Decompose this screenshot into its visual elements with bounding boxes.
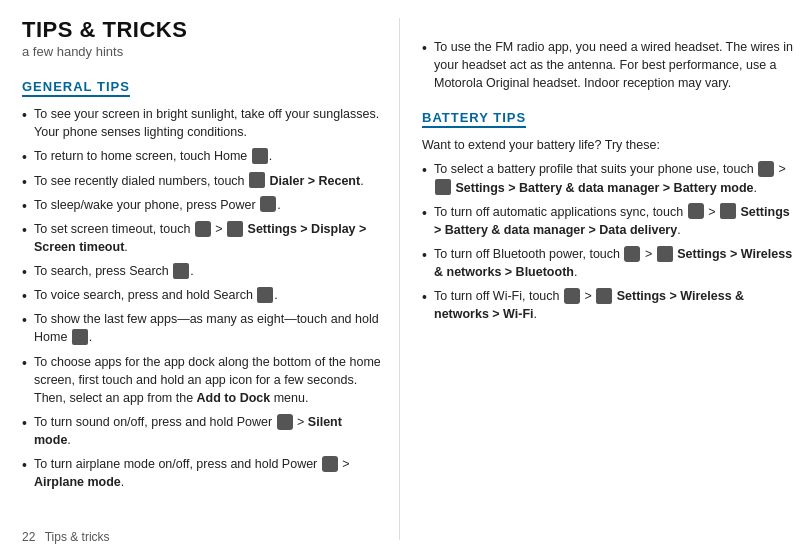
settings-icon [596,288,612,304]
power-icon [195,221,211,237]
list-item: To choose apps for the app dock along th… [22,351,381,409]
home-icon [252,148,268,164]
battery-tips-list: To select a battery profile that suits y… [422,158,793,325]
power-icon [277,414,293,430]
list-item: To set screen timeout, touch > Settings … [22,218,381,258]
list-item: To select a battery profile that suits y… [422,158,793,198]
list-item: To see your screen in bright sunlight, t… [22,103,381,143]
list-item: To return to home screen, touch Home . [22,145,381,167]
general-tips-list: To see your screen in bright sunlight, t… [22,103,381,493]
list-item: To turn off Bluetooth power, touch > Set… [422,243,793,283]
list-item: To voice search, press and hold Search . [22,284,381,306]
right-column: MOTOROLA CONFIDENTIAL PROPRIETARY INFORM… [400,18,811,540]
list-item: To show the last few apps—as many as eig… [22,308,381,348]
list-item: To sleep/wake your phone, press Power . [22,194,381,216]
dialer-icon [249,172,265,188]
power-icon [260,196,276,212]
left-column: TIPS & TRICKS a few handy hints GENERAL … [0,18,400,540]
settings-icon [435,179,451,195]
fm-tips-list: To use the FM radio app, you need a wire… [422,36,793,94]
settings-icon [720,203,736,219]
general-tips-header: GENERAL TIPS [22,79,130,97]
list-item: To see recently dialed numbers, touch Di… [22,170,381,192]
power-icon [624,246,640,262]
page-number: 22 Tips & tricks [22,530,110,544]
list-item: To use the FM radio app, you need a wire… [422,36,793,94]
power-icon [564,288,580,304]
power-icon [758,161,774,177]
search-icon [173,263,189,279]
list-item: To turn off automatic applications sync,… [422,201,793,241]
list-item: To search, press Search . [22,260,381,282]
power-icon [322,456,338,472]
page-subtitle: a few handy hints [22,44,381,59]
list-item: To turn off Wi-Fi, touch > Settings > Wi… [422,285,793,325]
list-item: To turn sound on/off, press and hold Pow… [22,411,381,451]
battery-intro: Want to extend your battery life? Try th… [422,138,793,152]
list-item: To turn airplane mode on/off, press and … [22,453,381,493]
settings-icon [657,246,673,262]
power-icon [688,203,704,219]
page-title: TIPS & TRICKS [22,18,381,42]
search-icon [257,287,273,303]
page: TIPS & TRICKS a few handy hints GENERAL … [0,0,811,558]
battery-tips-header: BATTERY TIPS [422,110,526,128]
home-icon [72,329,88,345]
settings-icon [227,221,243,237]
